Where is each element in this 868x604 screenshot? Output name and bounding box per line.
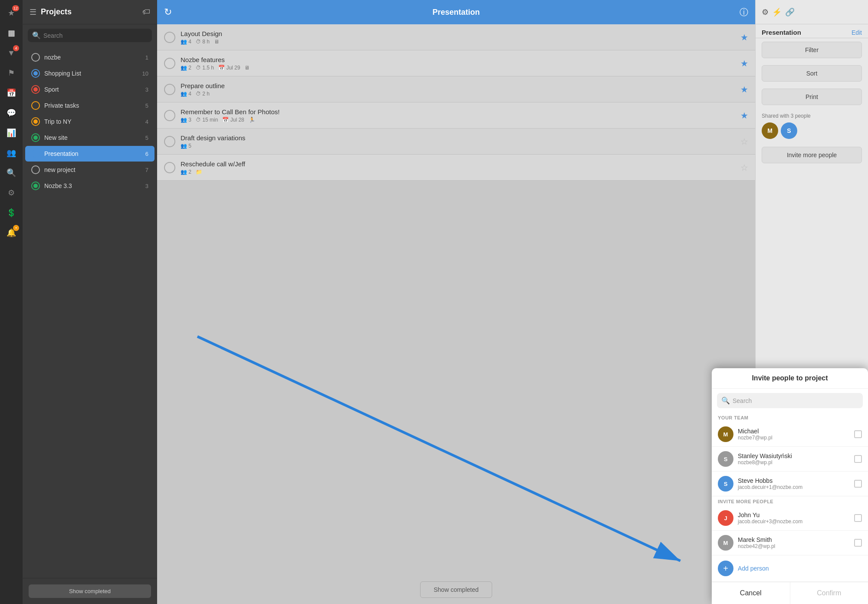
sidebar-menu-icon[interactable]: ☰ (30, 7, 36, 17)
task-meta-item: 📅 Jul 28 (222, 117, 244, 123)
sidebar-project-item[interactable]: nozbe1 (25, 50, 155, 65)
sidebar-show-completed-button[interactable]: Show completed (29, 584, 151, 598)
task-checkbox[interactable] (164, 58, 175, 69)
dialog-invite-person-email: nozbe42@wp.pl (738, 543, 850, 549)
dialog-invite-avatar: M (718, 535, 733, 551)
flash-icon[interactable]: ⚡ (772, 7, 782, 17)
main-panel: ↻ Presentation ⓘ Layout Design👥 4⏱ 8 h🖥★… (157, 0, 755, 604)
sidebar-footer: Show completed (23, 578, 157, 604)
invite-more-button[interactable]: Invite more people (762, 147, 862, 163)
project-dot (31, 133, 40, 142)
project-count: 6 (145, 151, 148, 157)
flag-icon[interactable]: ⚑ (3, 64, 20, 82)
chart-icon[interactable]: 📊 (3, 124, 20, 142)
dialog-search-input[interactable] (733, 397, 858, 404)
sidebar-project-item[interactable]: Presentation6 (25, 146, 155, 162)
sidebar-project-item[interactable]: Shopping List10 (25, 66, 155, 81)
task-star[interactable]: ★ (740, 84, 748, 95)
print-button[interactable]: Print (762, 89, 862, 105)
task-content: Nozbe features👥 2⏱ 1.5 h📅 Jul 29🖥 (181, 56, 735, 71)
task-checkbox[interactable] (164, 84, 175, 95)
task-title: Remember to Call Ben for Photos! (181, 108, 735, 116)
task-meta-item: 🖥 (244, 65, 250, 71)
project-dot (31, 85, 40, 94)
task-meta: 👥 3⏱ 15 min📅 Jul 28🏃 (181, 117, 735, 123)
task-meta-item: ⏱ 8 h (196, 39, 210, 45)
dialog-person-name: Steve Hobbs (738, 477, 850, 484)
sidebar-title: Projects (41, 7, 138, 17)
link-icon[interactable]: 🔗 (785, 7, 795, 17)
dialog-invite-person-checkbox[interactable] (854, 539, 862, 547)
task-content: Prepare outline👥 4⏱ 2 h (181, 82, 735, 97)
dialog-person-checkbox[interactable] (854, 430, 862, 438)
filter-button[interactable]: Filter (762, 42, 862, 58)
sidebar-project-item[interactable]: new project7 (25, 162, 155, 178)
dialog-person-checkbox[interactable] (854, 455, 862, 463)
team-icon[interactable]: 👥 (3, 144, 20, 162)
sidebar-search-container: 🔍 (28, 29, 152, 42)
search-icon[interactable]: 🔍 (3, 164, 20, 182)
cancel-button[interactable]: Cancel (712, 582, 790, 604)
task-meta-item: 👥 5 (181, 143, 191, 149)
task-checkbox[interactable] (164, 32, 175, 43)
projects-icon[interactable]: ▦ (3, 24, 20, 42)
main-show-completed-button[interactable]: Show completed (420, 581, 492, 598)
calendar-icon[interactable]: 📅 (3, 84, 20, 102)
task-title: Nozbe features (181, 56, 735, 63)
task-checkbox[interactable] (164, 162, 175, 173)
notifications-icon[interactable]: 🔔 • (3, 224, 20, 241)
project-list: nozbe1Shopping List10Sport3Private tasks… (23, 46, 157, 578)
dialog-person-info: Steve Hobbsjacob.decuir+1@nozbe.com (738, 477, 850, 490)
dialog-invite-person-checkbox[interactable] (854, 514, 862, 522)
sort-button[interactable]: Sort (762, 65, 862, 82)
task-meta-item: 📅 Jul 29 (218, 65, 240, 71)
dialog-person-row: MMichaelnozbe7@wp.pl (712, 422, 868, 447)
project-count: 5 (145, 102, 148, 109)
task-item: Draft design variations👥 5☆ (157, 129, 755, 155)
add-person-row[interactable]: + Add person (712, 555, 868, 582)
task-meta-item: 👥 4 (181, 91, 191, 97)
inbox-icon[interactable]: ▼ 4 (3, 44, 20, 62)
task-star[interactable]: ☆ (740, 136, 748, 147)
dialog-person-info: Michaelnozbe7@wp.pl (738, 428, 850, 441)
sidebar-project-item[interactable]: Sport3 (25, 82, 155, 97)
task-content: Draft design variations👥 5 (181, 134, 735, 149)
sidebar-project-item[interactable]: Private tasks5 (25, 98, 155, 113)
task-star[interactable]: ★ (740, 58, 748, 69)
refresh-icon[interactable]: ↻ (164, 7, 172, 18)
chat-icon[interactable]: 💬 (3, 104, 20, 122)
avatar-1: M (762, 122, 778, 139)
add-person-label[interactable]: Add person (738, 565, 769, 572)
dialog-person-row: SStanley Wasiutyńskinozbe8@wp.pl (712, 447, 868, 472)
confirm-button[interactable]: Confirm (790, 582, 868, 604)
sidebar-project-item[interactable]: Trip to NY4 (25, 114, 155, 129)
task-meta: 👥 4⏱ 2 h (181, 91, 735, 97)
task-checkbox[interactable] (164, 136, 175, 147)
task-meta-item: 👥 4 (181, 39, 191, 45)
dialog-person-email: nozbe8@wp.pl (738, 459, 850, 465)
task-star[interactable]: ★ (740, 32, 748, 43)
task-star[interactable]: ☆ (740, 162, 748, 173)
project-name: Nozbe 3.3 (44, 182, 141, 189)
task-checkbox[interactable] (164, 110, 175, 121)
project-name: Private tasks (44, 102, 141, 109)
project-dot (31, 101, 40, 110)
dialog-person-checkbox[interactable] (854, 480, 862, 488)
star-icon[interactable]: ★ 12 (3, 4, 20, 22)
project-count: 5 (145, 135, 148, 141)
gear-icon[interactable]: ⚙ (762, 7, 769, 17)
info-icon[interactable]: ⓘ (740, 7, 748, 18)
sidebar-search-input[interactable] (43, 32, 148, 39)
sidebar-project-item[interactable]: Nozbe 3.33 (25, 178, 155, 194)
sidebar-tag-icon[interactable]: 🏷 (142, 7, 150, 17)
right-panel-edit-button[interactable]: Edit (852, 29, 862, 36)
task-meta-item: 🏃 (249, 117, 255, 123)
dialog-footer: Cancel Confirm (712, 582, 868, 604)
task-meta-item: ⏱ 15 min (196, 117, 218, 123)
billing-icon[interactable]: 💲 (3, 204, 20, 221)
sidebar-project-item[interactable]: New site5 (25, 130, 155, 145)
task-item: Prepare outline👥 4⏱ 2 h★ (157, 76, 755, 102)
settings-icon[interactable]: ⚙ (3, 184, 20, 201)
project-dot (31, 69, 40, 78)
task-star[interactable]: ★ (740, 110, 748, 121)
